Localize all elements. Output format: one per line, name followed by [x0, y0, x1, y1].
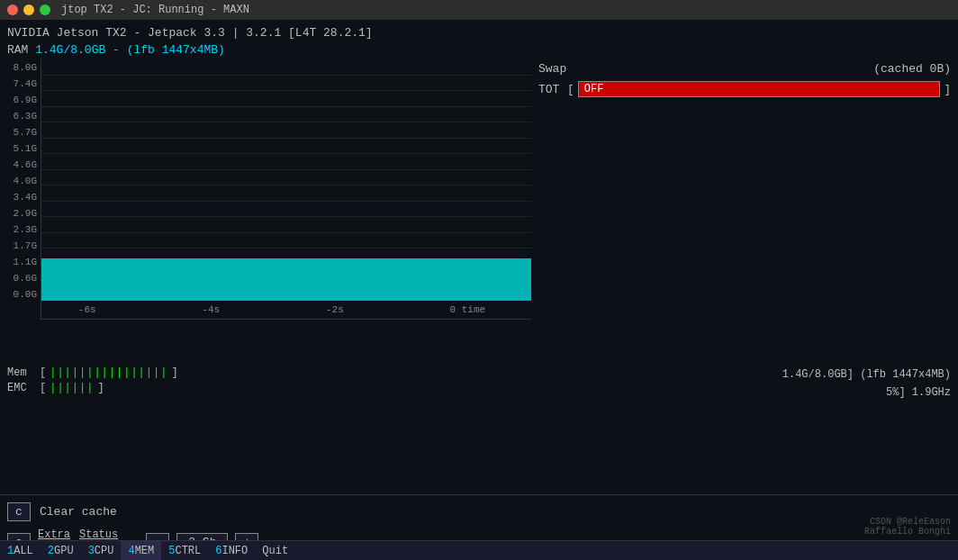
main-content: NVIDIA Jetson TX2 - Jetpack 3.3 | 3.2.1 …: [0, 20, 958, 560]
nav-item-mem[interactable]: 4 MEM: [121, 541, 161, 560]
chart-plot: -6s -4s -2s 0 time: [41, 59, 531, 320]
clear-cache-row: c Clear cache: [7, 502, 951, 521]
emc-label: EMC: [7, 382, 36, 394]
nav-num-info: 6: [215, 545, 221, 557]
swap-off-text: OFF: [584, 83, 604, 95]
clear-cache-key[interactable]: c: [7, 502, 31, 521]
y-label-0: 8.0G: [14, 62, 37, 73]
emc-fill: ||||||: [50, 382, 94, 394]
y-label-1: 7.4G: [14, 78, 37, 89]
right-stats-area: 1.4G/8.0GB] (lfb 1447x4MB) 5%] 1.9GHz: [782, 366, 951, 401]
y-label-5: 5.1G: [14, 143, 37, 154]
swap-area: Swap (cached 0B) TOT [ OFF ]: [531, 59, 958, 361]
x-axis: -6s -4s -2s 0 time: [41, 301, 531, 319]
freq-stat: 5%] 1.9GHz: [782, 384, 951, 402]
nav-item-ctrl[interactable]: 5 CTRL: [161, 541, 208, 560]
nav-label-info: INFO: [221, 545, 248, 557]
y-label-11: 1.7G: [14, 240, 37, 251]
y-label-6: 4.6G: [14, 159, 37, 170]
system-label: NVIDIA Jetson TX2 - Jetpack 3.3 | 3.2.1 …: [7, 26, 373, 40]
nav-bar: 1 ALL 2 GPU 3 CPU 4 MEM 5 CTRL 6 INFO Qu…: [0, 540, 958, 560]
nav-num-gpu: 2: [48, 545, 54, 557]
nav-label-gpu: GPU: [54, 545, 74, 557]
system-info: NVIDIA Jetson TX2 - Jetpack 3.3 | 3.2.1 …: [0, 23, 958, 43]
clear-cache-label: Clear cache: [40, 505, 117, 519]
chart-area: 8.0G 7.4G 6.9G 6.3G 5.7G 5.1G 4.6G 4.0G …: [0, 59, 531, 320]
chart-canvas: [41, 59, 531, 301]
swap-bar: OFF: [578, 81, 940, 97]
nav-label-ctrl: CTRL: [175, 545, 201, 557]
watermark: CSDN @ReleEason Raffaello Bonghi: [864, 517, 951, 537]
y-label-10: 2.3G: [14, 224, 37, 235]
titlebar: jtop TX2 - JC: Running - MAXN: [0, 0, 958, 20]
nav-num-mem: 4: [128, 545, 134, 557]
nav-num-all: 1: [7, 545, 14, 557]
minimize-button[interactable]: [23, 5, 34, 15]
nav-item-cpu[interactable]: 3 CPU: [81, 541, 122, 560]
close-button[interactable]: [7, 5, 18, 15]
swap-header: Swap (cached 0B): [538, 62, 951, 76]
watermark-line2: Raffaello Bonghi: [864, 527, 951, 537]
x-label-2: -2s: [326, 304, 344, 315]
stats-row: Mem [ |||||||||||||||| ] EMC [ |||||| ] …: [0, 363, 958, 404]
nav-item-quit[interactable]: Quit: [255, 541, 295, 560]
y-label-14: 0.0G: [14, 289, 37, 300]
y-label-8: 3.4G: [14, 192, 37, 203]
swap-title: Swap: [538, 62, 566, 76]
x-label-0: -6s: [78, 304, 96, 315]
swap-tot-label: TOT: [538, 83, 564, 96]
nav-num-ctrl: 5: [168, 545, 175, 557]
swap-bracket-left: [: [567, 83, 574, 96]
nav-item-all[interactable]: 1 ALL: [0, 541, 41, 560]
nav-item-info[interactable]: 6 INFO: [208, 541, 255, 560]
mem-bar-row: Mem [ |||||||||||||||| ]: [7, 366, 782, 379]
nav-label-cpu: CPU: [95, 545, 114, 557]
swap-tot-row: TOT [ OFF ]: [538, 81, 951, 97]
chart-swap-section: 8.0G 7.4G 6.9G 6.3G 5.7G 5.1G 4.6G 4.0G …: [0, 59, 958, 361]
mem-emc-area: Mem [ |||||||||||||||| ] EMC [ |||||| ]: [7, 366, 782, 394]
y-label-2: 6.9G: [14, 95, 37, 105]
ram-info: RAM 1.4G/8.0GB - (lfb 1447x4MB): [0, 43, 958, 59]
y-label-9: 2.9G: [14, 208, 37, 219]
y-label-13: 0.6G: [14, 273, 37, 284]
swap-cached: (cached 0B): [873, 62, 951, 76]
watermark-line1: CSDN @ReleEason: [864, 517, 951, 527]
nav-item-gpu[interactable]: 2 GPU: [41, 541, 81, 560]
nav-label-quit: Quit: [262, 545, 288, 557]
ram-label: RAM: [7, 43, 28, 57]
chart-bar: [41, 258, 531, 301]
y-label-3: 6.3G: [14, 111, 37, 122]
y-axis: 8.0G 7.4G 6.9G 6.3G 5.7G 5.1G 4.6G 4.0G …: [0, 59, 41, 320]
x-label-3: 0 time: [450, 304, 486, 315]
ram-value: 1.4G/8.0GB - (lfb 1447x4MB): [35, 43, 225, 57]
y-label-7: 4.0G: [14, 176, 37, 186]
mem-fill: ||||||||||||||||: [50, 366, 167, 379]
nav-label-mem: MEM: [135, 545, 155, 557]
emc-bar-row: EMC [ |||||| ]: [7, 382, 782, 394]
nav-num-cpu: 3: [88, 545, 95, 557]
ram-stat: 1.4G/8.0GB] (lfb 1447x4MB): [782, 366, 951, 384]
separator: [0, 494, 958, 495]
y-label-12: 1.1G: [14, 257, 37, 267]
y-label-4: 5.7G: [14, 127, 37, 138]
window-title: jtop TX2 - JC: Running - MAXN: [61, 4, 249, 16]
maximize-button[interactable]: [40, 5, 50, 15]
mem-label: Mem: [7, 366, 36, 379]
x-label-1: -4s: [202, 304, 220, 315]
nav-label-all: ALL: [14, 545, 33, 557]
swap-bracket-right: ]: [944, 83, 951, 96]
